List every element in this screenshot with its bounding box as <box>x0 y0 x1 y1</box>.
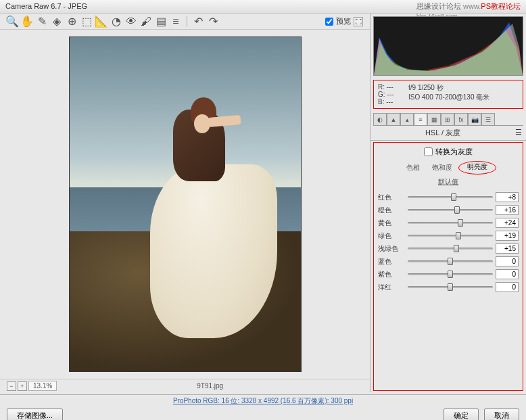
slider-label: 橙色 <box>378 206 405 215</box>
panel-title: HSL / 灰度 ☰ <box>370 126 526 141</box>
slider-value[interactable]: +16 <box>496 205 519 215</box>
hsl-panel: 转换为灰度 色相 饱和度 明亮度 默认值 红色+8橙色+16黄色+24绿色+19… <box>373 142 523 391</box>
bottom-info-bar: − + 13.1% 9T91.jpg <box>0 379 370 392</box>
slider-track[interactable] <box>408 218 493 228</box>
preview-checkbox[interactable] <box>325 18 333 26</box>
tab-curve[interactable]: ▲ <box>387 113 400 125</box>
slider-track[interactable] <box>408 270 493 279</box>
rgb-exif-info: R: --- G: --- B: --- f/9 1/250 秒 ISO 400… <box>373 80 523 109</box>
zoom-out-button[interactable]: − <box>7 381 16 391</box>
tab-split[interactable]: ▦ <box>427 113 441 125</box>
left-panel: 🔍 ✋ ✎ ◈ ⊕ ⬚ 📐 ◔ 👁 🖌 ▤ ≡ ↶ ↷ 预览 ⛶ <box>0 14 370 392</box>
preview-label: 预览 <box>336 16 351 26</box>
right-panel: R: --- G: --- B: --- f/9 1/250 秒 ISO 400… <box>370 14 526 392</box>
slider-value[interactable]: +24 <box>496 218 519 228</box>
tab-camera[interactable]: 📷 <box>468 113 481 125</box>
slider-row-4: 浅绿色+15 <box>375 242 521 255</box>
slider-label: 红色 <box>378 193 405 202</box>
slider-value[interactable]: 0 <box>496 269 519 279</box>
prefs-icon[interactable]: ≡ <box>170 16 181 27</box>
filename: 9T91.jpg <box>197 382 223 390</box>
slider-track[interactable] <box>408 193 493 202</box>
rotate-cw-icon[interactable]: ↷ <box>208 16 218 27</box>
subtab-sat[interactable]: 饱和度 <box>426 161 458 174</box>
tab-lens[interactable]: ⊞ <box>441 113 454 125</box>
eyedropper-icon[interactable]: ✎ <box>37 16 47 27</box>
brush-icon[interactable]: 🖌 <box>141 16 151 27</box>
preview-image[interactable] <box>69 37 302 372</box>
subtab-luminance[interactable]: 明亮度 <box>458 161 496 174</box>
slider-row-2: 黄色+24 <box>375 216 521 229</box>
adjustment-tabs: ◐ ▲ ▴ ≡ ▦ ⊞ fx 📷 ☰ <box>373 113 523 126</box>
slider-label: 紫色 <box>378 270 405 279</box>
slider-track[interactable] <box>408 244 493 254</box>
slider-row-3: 绿色+19 <box>375 229 521 242</box>
profile-info[interactable]: ProPhoto RGB: 16 位: 3328 x 4992 (16.6 百万… <box>0 395 526 407</box>
slider-track[interactable] <box>408 206 493 215</box>
save-image-button[interactable]: 存储图像... <box>7 409 63 420</box>
tab-fx[interactable]: fx <box>454 113 468 125</box>
slider-row-5: 蓝色0 <box>375 255 521 268</box>
zoom-in-button[interactable]: + <box>18 381 27 391</box>
slider-label: 蓝色 <box>378 257 405 266</box>
redeye-icon[interactable]: 👁 <box>126 16 137 27</box>
tab-presets[interactable]: ☰ <box>481 113 495 125</box>
slider-value[interactable]: +19 <box>496 231 519 241</box>
tab-basic[interactable]: ◐ <box>373 113 387 125</box>
slider-track[interactable] <box>408 231 493 241</box>
slider-label: 绿色 <box>378 231 405 241</box>
slider-row-6: 紫色0 <box>375 268 521 281</box>
spot-icon[interactable]: ◔ <box>111 16 122 27</box>
slider-label: 洋红 <box>378 283 405 292</box>
fullscreen-icon[interactable]: ⛶ <box>354 17 363 26</box>
slider-value[interactable]: 0 <box>496 256 519 266</box>
toolbar: 🔍 ✋ ✎ ◈ ⊕ ⬚ 📐 ◔ 👁 🖌 ▤ ≡ ↶ ↷ 预览 ⛶ <box>0 14 370 30</box>
slider-row-1: 橙色+16 <box>375 204 521 216</box>
ok-button[interactable]: 确定 <box>444 409 479 420</box>
cancel-button[interactable]: 取消 <box>484 409 519 420</box>
grayscale-checkbox[interactable] <box>424 147 433 156</box>
slider-track[interactable] <box>408 283 493 292</box>
slider-row-7: 洋红0 <box>375 281 521 294</box>
slider-value[interactable]: +15 <box>496 243 519 254</box>
zoom-icon[interactable]: 🔍 <box>7 16 18 27</box>
straighten-icon[interactable]: 📐 <box>96 16 107 27</box>
target-icon[interactable]: ⊕ <box>66 16 77 27</box>
sampler-icon[interactable]: ◈ <box>51 16 62 27</box>
slider-value[interactable]: +8 <box>496 192 519 202</box>
subtab-hue[interactable]: 色相 <box>400 161 426 174</box>
tab-hsl[interactable]: ≡ <box>414 113 427 125</box>
tab-detail[interactable]: ▴ <box>400 113 414 125</box>
rotate-ccw-icon[interactable]: ↶ <box>193 16 204 27</box>
grayscale-label: 转换为灰度 <box>435 147 473 157</box>
default-link[interactable]: 默认值 <box>375 177 521 191</box>
slider-track[interactable] <box>408 257 493 266</box>
crop-icon[interactable]: ⬚ <box>81 16 92 27</box>
slider-label: 黄色 <box>378 218 405 228</box>
gradient-icon[interactable]: ▤ <box>156 16 166 27</box>
histogram <box>373 16 523 76</box>
slider-row-0: 红色+8 <box>375 191 521 204</box>
zoom-value[interactable]: 13.1% <box>28 381 57 391</box>
footer: ProPhoto RGB: 16 位: 3328 x 4992 (16.6 百万… <box>0 394 526 420</box>
hand-icon[interactable]: ✋ <box>22 16 32 27</box>
hsl-subtabs: 色相 饱和度 明亮度 <box>375 161 521 174</box>
slider-value[interactable]: 0 <box>496 282 519 292</box>
image-stage <box>0 30 370 379</box>
slider-label: 浅绿色 <box>378 244 405 254</box>
